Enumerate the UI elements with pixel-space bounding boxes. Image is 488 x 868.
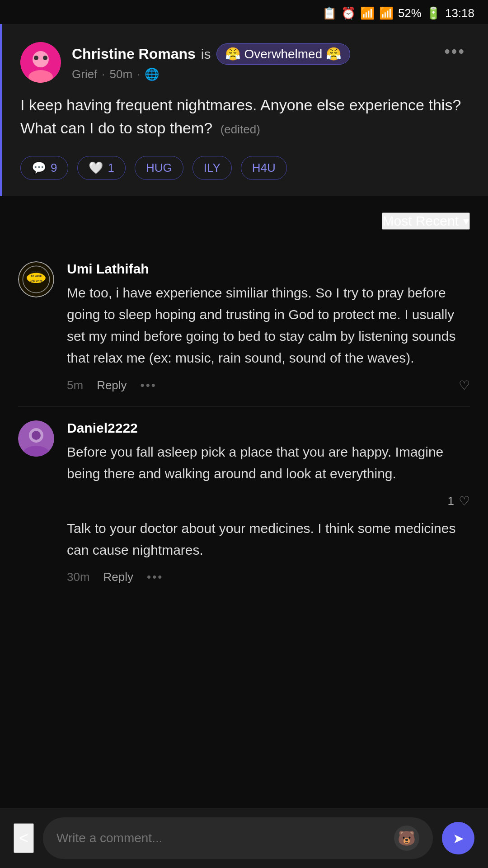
status-icons: 📋 ⏰ 📶 📶 52% 🔋 13:18 — [322, 6, 474, 20]
battery-percent: 52% — [398, 6, 422, 20]
daniel-comment-item: Daniel2222 Before you fall asleep pick a… — [0, 407, 488, 598]
daniel-like-area: 1 ♡ — [67, 494, 470, 509]
comment-count: 9 — [51, 161, 57, 175]
post-header: Christine Romans is 😤 Overwhelmed 😤 Grie… — [20, 42, 470, 83]
daniel-author-name: Daniel2222 — [67, 420, 470, 436]
emoji-icon: 🐻 — [398, 830, 416, 847]
author-line: Christine Romans is 😤 Overwhelmed 😤 — [72, 43, 350, 65]
clock: 13:18 — [445, 6, 474, 20]
sort-label: Most Recent — [383, 213, 459, 229]
umi-comment-time: 5m — [67, 378, 83, 392]
comment-item: IT'S OK TO HAVE BAD DAYS Umi Lathifah Me… — [0, 248, 488, 406]
umi-comment-text: Me too, i have experience similiar thing… — [67, 282, 470, 369]
svg-point-3 — [34, 56, 38, 60]
like-icon: 🤍 — [89, 161, 103, 175]
sim-icon: 📋 — [322, 6, 337, 20]
like-button[interactable]: 🤍 1 — [77, 156, 125, 180]
daniel-comment-body: Daniel2222 Before you fall asleep pick a… — [67, 420, 470, 584]
post-subtitle: Grief · 50m · 🌐 — [72, 67, 350, 81]
alarm-icon: ⏰ — [341, 6, 356, 20]
daniel-more-button[interactable]: ••• — [147, 570, 163, 584]
mood-emoji-left: 😤 — [225, 47, 241, 61]
daniel-like-count: 1 — [448, 494, 454, 508]
heart-icon: ♡ — [459, 378, 470, 393]
sort-bar: Most Recent ▾ — [0, 196, 488, 239]
hug-label: HUG — [146, 161, 172, 175]
dot2: · — [137, 67, 140, 81]
send-button[interactable]: ➤ — [442, 822, 474, 854]
daniel-comment-text1: Before you fall asleep pick a place that… — [67, 441, 470, 485]
comment-input[interactable] — [56, 831, 387, 845]
umi-author-name: Umi Lathifah — [67, 261, 470, 277]
edited-label: (edited) — [221, 123, 260, 136]
globe-icon: 🌐 — [145, 67, 159, 81]
mood-label: Overwhelmed — [244, 47, 323, 61]
hug-button[interactable]: HUG — [135, 156, 183, 180]
post-meta: Christine Romans is 😤 Overwhelmed 😤 Grie… — [72, 43, 350, 81]
signal-icon: 📶 — [379, 6, 394, 20]
umi-more-button[interactable]: ••• — [141, 378, 157, 392]
daniel-like-button[interactable]: 1 ♡ — [448, 494, 470, 509]
daniel-comment-footer: 30m Reply ••• — [67, 570, 470, 584]
battery-icon: 🔋 — [426, 6, 441, 20]
heart-icon-2: ♡ — [459, 494, 470, 509]
daniel-avatar-circle — [18, 420, 54, 457]
svg-point-14 — [32, 431, 41, 440]
wifi-icon: 📶 — [360, 6, 375, 20]
author-avatar-circle — [20, 42, 61, 83]
post-actions: 💬 9 🤍 1 HUG ILY H4U — [20, 156, 470, 180]
back-icon: < — [19, 829, 28, 847]
mood-badge: 😤 Overwhelmed 😤 — [216, 43, 351, 65]
author-is-text: is — [201, 47, 211, 62]
ily-label: ILY — [204, 161, 221, 175]
daniel-comment-text2: Talk to your doctor about your medicines… — [67, 518, 470, 561]
svg-text:TO HAVE: TO HAVE — [31, 275, 42, 278]
svg-text:BAD DAYS: BAD DAYS — [30, 279, 43, 282]
comments-section: IT'S OK TO HAVE BAD DAYS Umi Lathifah Me… — [0, 239, 488, 607]
umi-reply-button[interactable]: Reply — [97, 378, 127, 392]
emoji-button[interactable]: 🐻 — [394, 826, 419, 851]
status-bar: 📋 ⏰ 📶 📶 52% 🔋 13:18 — [0, 0, 488, 24]
ily-button[interactable]: ILY — [192, 156, 232, 180]
umi-like-button[interactable]: ♡ — [459, 378, 470, 393]
comment-button[interactable]: 💬 9 — [20, 156, 68, 180]
post-category: Grief — [72, 67, 97, 81]
post-more-button[interactable]: ••• — [440, 42, 470, 61]
umi-comment-body: Umi Lathifah Me too, i have experience s… — [67, 261, 470, 393]
mood-emoji-right: 😤 — [326, 47, 342, 61]
svg-point-4 — [43, 56, 47, 60]
post-card: Christine Romans is 😤 Overwhelmed 😤 Grie… — [0, 24, 488, 196]
dot1: · — [102, 67, 105, 81]
h4u-button[interactable]: H4U — [241, 156, 287, 180]
comment-input-wrapper[interactable]: 🐻 — [43, 817, 433, 859]
daniel-avatar — [18, 420, 54, 457]
daniel-reply-button[interactable]: Reply — [103, 570, 133, 584]
author-name: Christine Romans — [72, 46, 196, 62]
back-button[interactable]: < — [14, 823, 34, 853]
sort-button[interactable]: Most Recent ▾ — [382, 212, 470, 230]
comment-input-bar: < 🐻 ➤ — [0, 808, 488, 868]
comment-icon: 💬 — [32, 161, 46, 175]
chevron-down-icon: ▾ — [463, 214, 469, 228]
post-time: 50m — [110, 67, 133, 81]
umi-avatar: IT'S OK TO HAVE BAD DAYS — [18, 261, 54, 297]
daniel-comment-time: 30m — [67, 570, 90, 584]
h4u-label: H4U — [252, 161, 276, 175]
bottom-spacer — [0, 607, 488, 670]
send-icon: ➤ — [453, 830, 464, 846]
svg-text:IT'S OK: IT'S OK — [32, 271, 41, 274]
post-header-left: Christine Romans is 😤 Overwhelmed 😤 Grie… — [20, 42, 350, 83]
like-count: 1 — [108, 161, 114, 175]
author-avatar — [20, 42, 61, 83]
post-content: I keep having frequent nightmares. Anyon… — [20, 94, 470, 140]
umi-avatar-badge: IT'S OK TO HAVE BAD DAYS — [18, 261, 54, 297]
umi-comment-footer: 5m Reply ••• ♡ — [67, 378, 470, 393]
